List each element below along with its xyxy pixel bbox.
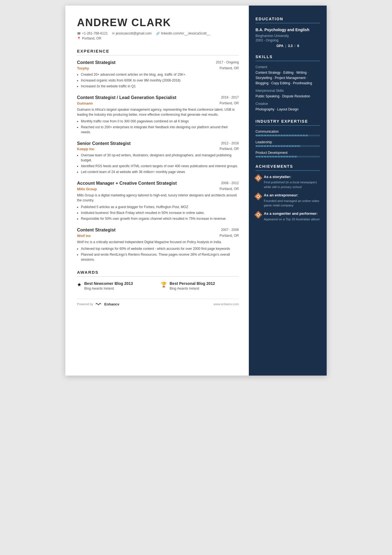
skill-item: Content Content Strategy · Editing · Wri… (255, 65, 320, 86)
skill-item: Interpersonal Skills Public Speaking · D… (255, 89, 320, 99)
edu-degree: B.A. Psychology and English (255, 27, 320, 33)
exp-company: Mills Group (77, 187, 97, 191)
achievement-content: As an entrepreneur: Founded and managed … (264, 193, 320, 208)
education-divider (255, 23, 320, 23)
exp-dates: 2017 - Ongoing (216, 60, 239, 64)
achievement-content: As a storyteller: First published (in a … (264, 175, 320, 189)
award-content: Best Personal Blog 2012 Blog Awards Irel… (170, 281, 215, 290)
expertise-title: INDUSTRY EXPERTISE (255, 119, 320, 124)
exp-bullet: Planned and wrote RentLingo's Renters Re… (81, 252, 239, 262)
expertise-label: Communication (255, 130, 320, 134)
exp-company-row: Koepp Inc Portland, OR (77, 147, 239, 151)
achievements-title: ACHIEVEMENTS (255, 164, 320, 169)
exp-bullet: Reached out to 200+ enterprises to integ… (81, 125, 239, 135)
exp-bullets: Oversaw team of 30 op-ed writers, illust… (77, 153, 239, 174)
exp-bullet: Instituted business' first Black Friday … (81, 210, 239, 215)
enhancv-logo-icon (95, 302, 103, 306)
location-item: 📍 Portland, OR (77, 36, 101, 40)
expertise-label: Product Development (255, 151, 320, 155)
achievement-item: As a storyteller: First published (in a … (255, 175, 320, 189)
exp-location: Portland, OR (220, 234, 239, 238)
edu-gpa: GPA | 3.3 / 6 (255, 44, 320, 48)
award-icon: ★ (77, 282, 81, 288)
exp-dates: 2016 - 2017 (221, 95, 239, 99)
phone-icon: ☎ (77, 32, 81, 35)
achievement-diamond-icon (254, 192, 262, 200)
exp-header: Content Strategist 2007 - 2008 (77, 227, 239, 233)
skills-section: SKILLS Content Content Strategy · Editin… (255, 55, 320, 112)
achievement-title: As a songwriter and performer: (264, 211, 320, 216)
achievement-diamond-icon (254, 174, 262, 182)
email-item: ✉ jessicascott@gmail.com (112, 31, 152, 35)
skills-list: Content Content Strategy · Editing · Wri… (255, 65, 320, 112)
linkedin-item: 🔗 linkedin.com/in/__JessicaScott__ (156, 31, 210, 35)
location-icon: 📍 (77, 37, 81, 40)
achievement-diamond-icon (254, 211, 262, 219)
skill-tags: Photography · Layout Design (255, 107, 320, 112)
achievement-desc: First published (in a local newspaper) w… (264, 180, 320, 189)
exp-location: Portland, OR (220, 101, 239, 105)
gpa-value: 3.3 (288, 44, 293, 48)
awards-divider (77, 276, 239, 277)
expertise-bar-bg (255, 145, 320, 147)
exp-company-row: Wolf Inc Portland, OR (77, 234, 239, 238)
exp-company-row: Mills Group Portland, OR (77, 187, 239, 191)
achievements-list: As a storyteller: First published (in a … (255, 175, 320, 221)
skill-tags: Content Strategy · Editing · Writing · S… (255, 70, 320, 86)
expertise-section: INDUSTRY EXPERTISE Communication Leaders… (255, 119, 320, 157)
exp-title: Content Strategist (77, 60, 213, 66)
exp-bullet: Monthly traffic rose from 0 to 300 000 p… (81, 119, 239, 124)
exp-bullets: Created 20+ advanced content articles on… (77, 72, 239, 89)
exp-bullet: Increased organic visits from 600K to ov… (81, 78, 239, 83)
exp-header: Content Strategist / Lead Generation Spe… (77, 95, 239, 101)
powered-by-text: Powered by (77, 302, 93, 306)
exp-dates: 2007 - 2008 (221, 227, 239, 232)
exp-bullet: Achieved top rankings for 60% of website… (81, 246, 239, 251)
exp-dates: 2012 - 2016 (221, 141, 239, 145)
exp-title: Content Strategist (77, 227, 218, 233)
award-item: 🏆 Best Personal Blog 2012 Blog Awards Ir… (161, 281, 239, 290)
exp-description: Wolf Inc is a critically acclaimed Indep… (77, 240, 239, 245)
exp-location: Portland, OR (220, 147, 239, 151)
achievements-section: ACHIEVEMENTS As a storyteller: First pub… (255, 164, 320, 221)
phone-text: +1-261-788-6121 (82, 31, 108, 35)
exp-company: Koepp Inc (77, 147, 95, 151)
exp-dates: 2008 - 2012 (221, 181, 239, 185)
expertise-item: Leadership (255, 140, 320, 147)
left-column: ANDREW CLARK ☎ +1-261-788-6121 ✉ jessica… (65, 6, 249, 376)
experience-item: Account Manager + Creative Content Strat… (77, 181, 239, 221)
expertise-item: Product Development (255, 151, 320, 157)
award-org: Blog Awards Ireland (84, 287, 133, 290)
exp-bullet: Created 20+ advanced content articles on… (81, 72, 239, 77)
achievement-item: As a songwriter and performer: Appeared … (255, 211, 320, 221)
expertise-bar-bg (255, 156, 320, 157)
award-name: Best Newcomer Blog 2013 (84, 281, 133, 286)
exp-bullet: Published 5 articles as a guest blogger … (81, 204, 239, 209)
achievement-title: As a storyteller: (264, 175, 320, 179)
skills-divider (255, 61, 320, 61)
skill-tags: Public Speaking · Dispute Resolution (255, 94, 320, 99)
expertise-bar-fill (255, 145, 301, 147)
expertise-bar-bg (255, 135, 320, 136)
exp-title: Account Manager + Creative Content Strat… (77, 181, 218, 186)
exp-bullet: Oversaw team of 30 op-ed writers, illust… (81, 153, 239, 163)
awards-list: ★ Best Newcomer Blog 2013 Blog Awards Ir… (77, 281, 239, 290)
contact-info: ☎ +1-261-788-6121 ✉ jessicascott@gmail.c… (77, 31, 239, 40)
awards-section-title: AWARDS (77, 270, 239, 275)
brand-name: Enhancv (104, 302, 119, 306)
experience-item: Content Strategist / Lead Generation Spe… (77, 95, 239, 135)
exp-header: Content Strategist 2017 - Ongoing (77, 60, 239, 66)
expertise-label: Leadership (255, 140, 320, 144)
experience-list: Content Strategist 2017 - Ongoing Torphy… (77, 60, 239, 262)
exp-location: Portland, OR (220, 187, 239, 191)
exp-description: Gutmann is Africa's largest speaker mana… (77, 107, 239, 117)
skills-title: SKILLS (255, 55, 320, 59)
header-section: ANDREW CLARK ☎ +1-261-788-6121 ✉ jessica… (77, 17, 239, 40)
email-icon: ✉ (112, 32, 115, 35)
exp-company: Wolf Inc (77, 234, 91, 238)
website-url: www.enhancv.com (214, 302, 239, 306)
link-icon: 🔗 (156, 32, 160, 35)
expertise-bar-fill (255, 135, 308, 136)
expertise-bar-fill (255, 156, 297, 157)
exp-header: Account Manager + Creative Content Strat… (77, 181, 239, 186)
